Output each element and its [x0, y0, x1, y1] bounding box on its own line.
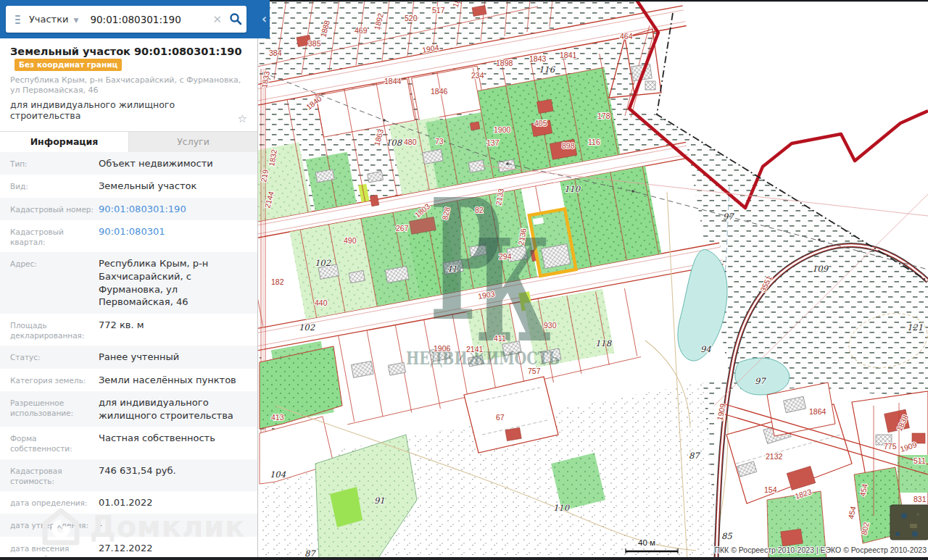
info-value: 01.01.2022: [99, 496, 152, 509]
info-value: Ранее учтенный: [99, 351, 179, 364]
map-label: 1864: [809, 407, 826, 416]
info-label: дата определения:: [10, 496, 99, 509]
search-icon[interactable]: [229, 12, 242, 28]
info-row: Тип:Объект недвижимости: [0, 152, 257, 175]
info-label: Кадастровая стоимость:: [10, 464, 99, 486]
map-label: 1843: [529, 54, 547, 63]
map-label: 511: [914, 456, 926, 465]
map-label: 182: [271, 277, 284, 286]
map-label: 121: [907, 322, 923, 333]
info-value: Частная собственность: [99, 432, 215, 454]
info-label: Категория земель:: [10, 374, 99, 387]
map-label: 517: [432, 6, 445, 14]
parcel-address: Республика Крым, р-н Бахчисарайский, с Ф…: [10, 75, 247, 96]
map-label: 97: [755, 376, 766, 386]
info-value: 746 631,54 руб.: [99, 464, 176, 486]
favorite-star-icon[interactable]: ☆: [238, 112, 247, 125]
map-label: 110: [553, 503, 571, 513]
map-label: 775: [884, 442, 897, 451]
info-row: Форма собственности:Частная собственност…: [0, 427, 257, 459]
cadastral-map[interactable]: Р К НЕДВИЖИМОСТЬ 38538446918925205171896…: [257, 0, 928, 560]
info-value: Республика Крым, р-н Бахчисарайский, с Ф…: [99, 257, 247, 308]
info-row: Вид:Земельный участок: [0, 175, 257, 198]
info-label: Кадастровый номер:: [10, 203, 99, 216]
map-label: 464: [620, 32, 633, 41]
tab-information[interactable]: Информация: [0, 132, 129, 152]
map-label: 385: [308, 39, 321, 48]
info-row: Разрешенное использование:для индивидуал…: [0, 391, 257, 427]
map-label: 757: [528, 367, 541, 375]
info-value: Земли населённых пунктов: [99, 374, 236, 387]
map-label: 110: [564, 184, 581, 194]
info-row: Статус:Ранее учтенный: [0, 346, 257, 369]
map-label: 440: [315, 298, 328, 307]
parcel-usage: для индивидуального жилищного строительс…: [10, 99, 247, 121]
window-bottom-edge: [0, 557, 928, 560]
map-label: 97: [723, 212, 734, 222]
map-label: 94: [700, 344, 711, 354]
map-label: 87: [689, 451, 700, 461]
info-label: Площадь декларированная:: [10, 319, 99, 340]
search-input[interactable]: [88, 13, 211, 26]
map-label: 116: [588, 138, 600, 146]
domclick-logo-icon: [42, 508, 80, 546]
map-label: 384: [269, 49, 282, 57]
info-label: Адрес:: [10, 257, 99, 308]
info-value-link[interactable]: 90:01:080301:190: [99, 203, 186, 216]
panel-tabs: Информация Услуги: [0, 131, 257, 152]
map-label: 1841: [560, 51, 577, 59]
map-label: 108: [386, 138, 403, 148]
map-label: 234: [471, 71, 484, 80]
map-label: 2141: [466, 345, 484, 354]
info-label: Форма собственности:: [10, 432, 99, 454]
chevron-down-icon: ▼: [74, 17, 79, 24]
map-label: 91: [374, 496, 385, 506]
map-label: 116: [539, 64, 556, 75]
map-label: 411: [494, 334, 506, 343]
map-label: 104: [270, 469, 286, 480]
map-label: 1900: [494, 125, 511, 134]
search-category-dropdown[interactable]: Участки: [29, 14, 69, 25]
layer-thumbnail[interactable]: [890, 505, 928, 540]
info-table: Тип:Объект недвижимостиВид:Земельный уча…: [0, 152, 257, 560]
tab-services[interactable]: Услуги: [129, 132, 257, 152]
clear-search-icon[interactable]: ✕: [212, 13, 222, 26]
info-value: Объект недвижимости: [99, 157, 213, 170]
map-attribution: ПКК © Росреестр 2010-2023 | ЕЭКО © Росре…: [714, 546, 927, 554]
map-label: 490: [344, 236, 357, 245]
info-label: Статус:: [10, 351, 99, 364]
parcel-title: Земельный участок 90:01:080301:190: [10, 46, 242, 57]
info-panel: Земельный участок 90:01:080301:190 Без к…: [0, 38, 258, 557]
map-label: 898: [562, 141, 575, 150]
info-label: Вид:: [10, 180, 99, 193]
map-label: 102: [315, 258, 331, 268]
menu-icon[interactable]: [15, 13, 20, 26]
map-label: 102: [299, 322, 315, 333]
info-value-link[interactable]: 90:01:080301: [99, 225, 165, 247]
map-label: 82: [475, 206, 484, 214]
info-row: Площадь декларированная:772 кв. м: [0, 314, 257, 346]
parcel-title-row: Земельный участок 90:01:080301:190 Без к…: [10, 44, 247, 72]
info-value: 772 кв. м: [99, 319, 144, 340]
info-row: Кадастровый номер:90:01:080301:190: [0, 198, 257, 221]
map-label: 267: [396, 224, 409, 233]
info-value: для индивидуального жилищного строительс…: [99, 396, 247, 422]
map-label: 413: [271, 413, 284, 422]
map-label: 294: [499, 252, 512, 261]
info-label: Кадастровый квартал:: [10, 225, 99, 247]
info-label: Разрешенное использование:: [10, 396, 99, 422]
map-label: 137: [486, 138, 500, 147]
map-label: 73: [435, 137, 444, 146]
collapse-panel-icon[interactable]: ‹: [262, 12, 267, 26]
info-value: Земельный участок: [99, 180, 196, 193]
map-label: 118: [595, 338, 613, 348]
no-coordinates-badge: Без координат границ: [14, 59, 122, 71]
search-bar: Участки ▼ ✕: [6, 6, 246, 33]
map-label: 2132: [766, 452, 783, 461]
map-label: 85: [721, 531, 732, 541]
map-label: 41: [447, 264, 457, 274]
info-row: Кадастровая стоимость:746 631,54 руб.: [0, 459, 257, 491]
map-label: 405: [534, 119, 547, 128]
search-header: Участки ▼ ✕ ‹: [0, 0, 270, 38]
map-label: 480: [404, 138, 417, 146]
